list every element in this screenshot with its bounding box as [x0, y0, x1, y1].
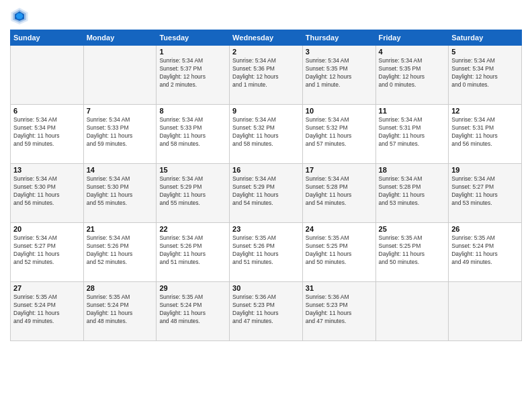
- logo: [10, 7, 32, 26]
- day-number: 8: [159, 107, 226, 115]
- day-number: 30: [232, 284, 300, 292]
- day-detail: Sunrise: 5:34 AM Sunset: 5:33 PM Dayligh…: [159, 116, 226, 148]
- day-number: 25: [379, 225, 446, 233]
- calendar-cell: 28Sunrise: 5:35 AM Sunset: 5:24 PM Dayli…: [83, 282, 157, 341]
- calendar-cell: 24Sunrise: 5:35 AM Sunset: 5:25 PM Dayli…: [302, 223, 375, 282]
- day-detail: Sunrise: 5:35 AM Sunset: 5:24 PM Dayligh…: [87, 293, 154, 326]
- calendar-cell: 4Sunrise: 5:34 AM Sunset: 5:35 PM Daylig…: [375, 46, 449, 105]
- calendar-page: SundayMondayTuesdayWednesdayThursdayFrid…: [0, 0, 532, 411]
- day-detail: Sunrise: 5:34 AM Sunset: 5:26 PM Dayligh…: [87, 234, 154, 267]
- calendar-cell: 23Sunrise: 5:35 AM Sunset: 5:26 PM Dayli…: [230, 223, 303, 282]
- calendar-cell: 6Sunrise: 5:34 AM Sunset: 5:34 PM Daylig…: [11, 105, 84, 164]
- calendar-cell: 7Sunrise: 5:34 AM Sunset: 5:33 PM Daylig…: [83, 105, 157, 164]
- day-number: 10: [306, 107, 373, 115]
- calendar-cell: 26Sunrise: 5:35 AM Sunset: 5:24 PM Dayli…: [449, 223, 522, 282]
- day-number: 21: [87, 225, 154, 233]
- day-detail: Sunrise: 5:34 AM Sunset: 5:26 PM Dayligh…: [159, 234, 226, 267]
- day-detail: Sunrise: 5:34 AM Sunset: 5:31 PM Dayligh…: [451, 116, 519, 148]
- day-detail: Sunrise: 5:34 AM Sunset: 5:30 PM Dayligh…: [13, 175, 81, 208]
- day-detail: Sunrise: 5:34 AM Sunset: 5:28 PM Dayligh…: [306, 175, 373, 208]
- calendar-cell: [11, 46, 84, 105]
- day-detail: Sunrise: 5:34 AM Sunset: 5:27 PM Dayligh…: [451, 175, 519, 208]
- calendar-week-5: 27Sunrise: 5:35 AM Sunset: 5:24 PM Dayli…: [11, 282, 522, 341]
- calendar-week-4: 20Sunrise: 5:34 AM Sunset: 5:27 PM Dayli…: [11, 223, 522, 282]
- day-number: 23: [232, 225, 300, 233]
- day-detail: Sunrise: 5:34 AM Sunset: 5:33 PM Dayligh…: [87, 116, 154, 148]
- day-number: 26: [451, 225, 519, 233]
- day-detail: Sunrise: 5:34 AM Sunset: 5:34 PM Dayligh…: [451, 57, 519, 89]
- day-detail: Sunrise: 5:34 AM Sunset: 5:31 PM Dayligh…: [379, 116, 446, 148]
- calendar-cell: [449, 282, 522, 341]
- header: [10, 7, 522, 26]
- day-detail: Sunrise: 5:35 AM Sunset: 5:26 PM Dayligh…: [232, 234, 300, 267]
- calendar-cell: 10Sunrise: 5:34 AM Sunset: 5:32 PM Dayli…: [302, 105, 375, 164]
- day-number: 28: [87, 284, 154, 292]
- calendar-cell: 15Sunrise: 5:34 AM Sunset: 5:29 PM Dayli…: [157, 164, 230, 223]
- day-number: 27: [13, 284, 81, 292]
- calendar-cell: 18Sunrise: 5:34 AM Sunset: 5:28 PM Dayli…: [375, 164, 449, 223]
- day-number: 11: [379, 107, 446, 115]
- day-detail: Sunrise: 5:34 AM Sunset: 5:28 PM Dayligh…: [379, 175, 446, 208]
- day-detail: Sunrise: 5:34 AM Sunset: 5:36 PM Dayligh…: [232, 57, 300, 89]
- calendar-cell: 9Sunrise: 5:34 AM Sunset: 5:32 PM Daylig…: [230, 105, 303, 164]
- day-detail: Sunrise: 5:35 AM Sunset: 5:25 PM Dayligh…: [379, 234, 446, 267]
- calendar-cell: 14Sunrise: 5:34 AM Sunset: 5:30 PM Dayli…: [83, 164, 157, 223]
- day-detail: Sunrise: 5:36 AM Sunset: 5:23 PM Dayligh…: [306, 293, 373, 326]
- calendar-cell: 16Sunrise: 5:34 AM Sunset: 5:29 PM Dayli…: [230, 164, 303, 223]
- calendar-cell: 30Sunrise: 5:36 AM Sunset: 5:23 PM Dayli…: [230, 282, 303, 341]
- day-detail: Sunrise: 5:34 AM Sunset: 5:32 PM Dayligh…: [306, 116, 373, 148]
- calendar-cell: 5Sunrise: 5:34 AM Sunset: 5:34 PM Daylig…: [449, 46, 522, 105]
- weekday-header-tuesday: Tuesday: [157, 30, 230, 46]
- day-number: 6: [13, 107, 81, 115]
- day-number: 31: [306, 284, 373, 292]
- calendar-cell: 27Sunrise: 5:35 AM Sunset: 5:24 PM Dayli…: [11, 282, 84, 341]
- day-number: 13: [13, 166, 81, 174]
- logo-icon: [10, 7, 29, 26]
- weekday-header-sunday: Sunday: [11, 30, 84, 46]
- weekday-header-thursday: Thursday: [302, 30, 375, 46]
- calendar-cell: [375, 282, 449, 341]
- day-number: 7: [87, 107, 154, 115]
- calendar-cell: 20Sunrise: 5:34 AM Sunset: 5:27 PM Dayli…: [11, 223, 84, 282]
- calendar-cell: 8Sunrise: 5:34 AM Sunset: 5:33 PM Daylig…: [157, 105, 230, 164]
- calendar-cell: 19Sunrise: 5:34 AM Sunset: 5:27 PM Dayli…: [449, 164, 522, 223]
- calendar-cell: 2Sunrise: 5:34 AM Sunset: 5:36 PM Daylig…: [230, 46, 303, 105]
- calendar-cell: 25Sunrise: 5:35 AM Sunset: 5:25 PM Dayli…: [375, 223, 449, 282]
- calendar-week-2: 6Sunrise: 5:34 AM Sunset: 5:34 PM Daylig…: [11, 105, 522, 164]
- day-number: 17: [306, 166, 373, 174]
- day-detail: Sunrise: 5:36 AM Sunset: 5:23 PM Dayligh…: [232, 293, 300, 326]
- day-detail: Sunrise: 5:34 AM Sunset: 5:35 PM Dayligh…: [379, 57, 446, 89]
- day-detail: Sunrise: 5:34 AM Sunset: 5:37 PM Dayligh…: [159, 57, 226, 89]
- calendar-cell: 13Sunrise: 5:34 AM Sunset: 5:30 PM Dayli…: [11, 164, 84, 223]
- day-detail: Sunrise: 5:34 AM Sunset: 5:34 PM Dayligh…: [13, 116, 81, 148]
- day-number: 22: [159, 225, 226, 233]
- calendar-cell: 29Sunrise: 5:35 AM Sunset: 5:24 PM Dayli…: [157, 282, 230, 341]
- weekday-header-row: SundayMondayTuesdayWednesdayThursdayFrid…: [11, 30, 522, 46]
- calendar-cell: 22Sunrise: 5:34 AM Sunset: 5:26 PM Dayli…: [157, 223, 230, 282]
- day-number: 12: [451, 107, 519, 115]
- calendar-table: SundayMondayTuesdayWednesdayThursdayFrid…: [10, 30, 522, 341]
- calendar-cell: 31Sunrise: 5:36 AM Sunset: 5:23 PM Dayli…: [302, 282, 375, 341]
- day-number: 4: [379, 48, 446, 56]
- day-number: 1: [159, 48, 226, 56]
- day-detail: Sunrise: 5:34 AM Sunset: 5:29 PM Dayligh…: [159, 175, 226, 208]
- day-number: 3: [306, 48, 373, 56]
- weekday-header-monday: Monday: [83, 30, 157, 46]
- day-detail: Sunrise: 5:35 AM Sunset: 5:24 PM Dayligh…: [451, 234, 519, 267]
- day-number: 5: [451, 48, 519, 56]
- calendar-cell: 17Sunrise: 5:34 AM Sunset: 5:28 PM Dayli…: [302, 164, 375, 223]
- day-number: 16: [232, 166, 300, 174]
- day-detail: Sunrise: 5:35 AM Sunset: 5:25 PM Dayligh…: [306, 234, 373, 267]
- day-number: 18: [379, 166, 446, 174]
- calendar-cell: 11Sunrise: 5:34 AM Sunset: 5:31 PM Dayli…: [375, 105, 449, 164]
- calendar-week-1: 1Sunrise: 5:34 AM Sunset: 5:37 PM Daylig…: [11, 46, 522, 105]
- day-detail: Sunrise: 5:34 AM Sunset: 5:35 PM Dayligh…: [306, 57, 373, 89]
- day-number: 19: [451, 166, 519, 174]
- day-number: 9: [232, 107, 300, 115]
- day-detail: Sunrise: 5:35 AM Sunset: 5:24 PM Dayligh…: [159, 293, 226, 326]
- weekday-header-saturday: Saturday: [449, 30, 522, 46]
- calendar-cell: 3Sunrise: 5:34 AM Sunset: 5:35 PM Daylig…: [302, 46, 375, 105]
- calendar-cell: [83, 46, 157, 105]
- calendar-week-3: 13Sunrise: 5:34 AM Sunset: 5:30 PM Dayli…: [11, 164, 522, 223]
- calendar-cell: 12Sunrise: 5:34 AM Sunset: 5:31 PM Dayli…: [449, 105, 522, 164]
